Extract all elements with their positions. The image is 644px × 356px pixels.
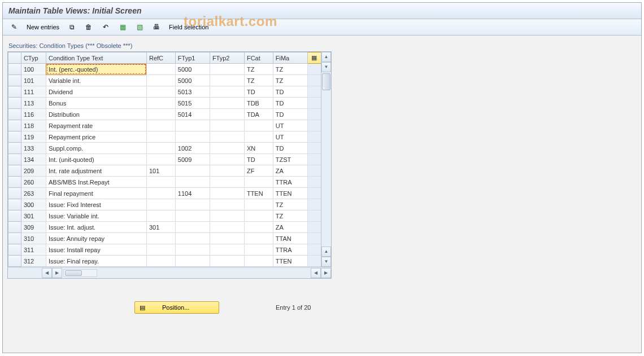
cell-condition-text[interactable]: Issue: Annuity repay: [46, 233, 146, 244]
col-ftyp1[interactable]: FTyp1: [175, 52, 210, 64]
cell-ftyp2[interactable]: [210, 244, 244, 256]
field-selection-button[interactable]: Field selection: [167, 23, 211, 32]
cell-condition-text[interactable]: Int. (unit-quoted): [46, 154, 146, 165]
cell-refc[interactable]: [146, 256, 175, 267]
cell-condition-text[interactable]: Issue: Fixd Interest: [46, 199, 146, 210]
cell-ftyp1[interactable]: [175, 165, 210, 177]
cell-fcat[interactable]: [244, 120, 273, 131]
row-selector[interactable]: [8, 210, 21, 222]
vscroll-track[interactable]: [321, 72, 331, 247]
cell-refc[interactable]: [146, 86, 175, 98]
row-selector[interactable]: [8, 75, 21, 86]
cell-fima[interactable]: TTRA: [273, 244, 307, 256]
horizontal-scrollbar[interactable]: ◀ ▶ ◀ ▶: [8, 267, 331, 278]
row-selector-header[interactable]: [8, 52, 21, 64]
cell-ftyp2[interactable]: [210, 120, 244, 131]
cell-fcat[interactable]: [244, 233, 273, 244]
cell-refc[interactable]: 101: [146, 165, 175, 177]
row-selector[interactable]: [8, 120, 21, 131]
row-selector[interactable]: [8, 109, 21, 120]
cell-refc[interactable]: [146, 177, 175, 188]
hscroll-track[interactable]: [63, 269, 97, 277]
cell-ftyp1[interactable]: 5000: [175, 75, 210, 86]
cell-fima[interactable]: TZ: [273, 64, 307, 75]
cell-ftyp1[interactable]: 1002: [175, 143, 210, 154]
cell-condition-text[interactable]: Int. rate adjustment: [46, 165, 146, 177]
cell-fcat[interactable]: TDA: [244, 109, 273, 120]
cell-fima[interactable]: TZST: [273, 154, 307, 165]
cell-ftyp1[interactable]: [175, 244, 210, 256]
cell-fcat[interactable]: TDB: [244, 98, 273, 109]
undo-button[interactable]: ↶: [99, 21, 112, 33]
cell-ftyp2[interactable]: [210, 210, 244, 222]
col-ctyp[interactable]: CTyp: [21, 52, 46, 64]
cell-fima[interactable]: TTAN: [273, 233, 307, 244]
cell-condition-text[interactable]: Issue: Install repay: [46, 244, 146, 256]
row-selector[interactable]: [8, 165, 21, 177]
cell-fcat[interactable]: TZ: [244, 75, 273, 86]
deselect-all-button[interactable]: ▧: [133, 21, 146, 33]
cell-refc[interactable]: [146, 244, 175, 256]
cell-fima[interactable]: UT: [273, 120, 307, 131]
toggle-edit-button[interactable]: ✎: [7, 21, 21, 33]
cell-fcat[interactable]: TZ: [244, 64, 273, 75]
new-entries-button[interactable]: New entries: [24, 23, 62, 32]
row-selector[interactable]: [8, 177, 21, 188]
copy-button[interactable]: ⧉: [65, 21, 79, 33]
cell-condition-text[interactable]: Issue: Final repay.: [46, 256, 146, 267]
cell-refc[interactable]: [146, 131, 175, 143]
hscroll-left-button[interactable]: ◀: [42, 268, 52, 278]
cell-ftyp2[interactable]: [210, 143, 244, 154]
cell-ftyp2[interactable]: [210, 256, 244, 267]
cell-ftyp1[interactable]: 1104: [175, 188, 210, 199]
cell-ftyp1[interactable]: [175, 131, 210, 143]
cell-condition-text[interactable]: Repayment price: [46, 131, 146, 143]
cell-condition-text[interactable]: Suppl.comp.: [46, 143, 146, 154]
row-selector[interactable]: [8, 154, 21, 165]
position-button[interactable]: ▤ Position...: [134, 301, 219, 314]
cell-fima[interactable]: TD: [273, 86, 307, 98]
col-condition-text[interactable]: Condition Type Text: [46, 52, 146, 64]
cell-ftyp1[interactable]: 5009: [175, 154, 210, 165]
cell-condition-text[interactable]: Issue: Variable int.: [46, 210, 146, 222]
row-selector[interactable]: [8, 86, 21, 98]
cell-ftyp2[interactable]: [210, 233, 244, 244]
cell-fima[interactable]: TTEN: [273, 188, 307, 199]
row-selector[interactable]: [8, 199, 21, 210]
cell-ftyp1[interactable]: 5015: [175, 98, 210, 109]
cell-fima[interactable]: TZ: [273, 199, 307, 210]
cell-fcat[interactable]: XN: [244, 143, 273, 154]
cell-ftyp1[interactable]: [175, 222, 210, 233]
cell-condition-text[interactable]: Issue: Int. adjust.: [46, 222, 146, 233]
cell-fima[interactable]: TTEN: [273, 256, 307, 267]
hscroll-right2-button[interactable]: ▶: [321, 268, 331, 278]
cell-ftyp2[interactable]: [210, 199, 244, 210]
cell-refc[interactable]: [146, 98, 175, 109]
cell-condition-text[interactable]: Repayment rate: [46, 120, 146, 131]
row-selector[interactable]: [8, 64, 21, 75]
col-fcat[interactable]: FCat: [244, 52, 273, 64]
cell-condition-text[interactable]: Variable int.: [46, 75, 146, 86]
cell-ftyp2[interactable]: [210, 222, 244, 233]
cell-fcat[interactable]: TD: [244, 86, 273, 98]
delete-button[interactable]: 🗑: [82, 21, 95, 33]
row-selector[interactable]: [8, 256, 21, 267]
cell-ftyp2[interactable]: [210, 131, 244, 143]
cell-ftyp2[interactable]: [210, 165, 244, 177]
cell-fcat[interactable]: ZF: [244, 165, 273, 177]
cell-ftyp2[interactable]: [210, 154, 244, 165]
cell-refc[interactable]: [146, 199, 175, 210]
scroll-down-button[interactable]: ▼: [321, 257, 331, 267]
cell-refc[interactable]: [146, 188, 175, 199]
row-selector[interactable]: [8, 233, 21, 244]
cell-ftyp1[interactable]: [175, 177, 210, 188]
cell-ftyp1[interactable]: 5014: [175, 109, 210, 120]
cell-refc[interactable]: [146, 143, 175, 154]
cell-fima[interactable]: ZA: [273, 165, 307, 177]
row-selector[interactable]: [8, 244, 21, 256]
cell-ftyp1[interactable]: [175, 256, 210, 267]
scroll-up-button[interactable]: ▲: [321, 52, 331, 62]
cell-condition-text[interactable]: ABS/MBS Inst.Repayt: [46, 177, 146, 188]
cell-ftyp1[interactable]: [175, 233, 210, 244]
cell-fima[interactable]: TD: [273, 98, 307, 109]
